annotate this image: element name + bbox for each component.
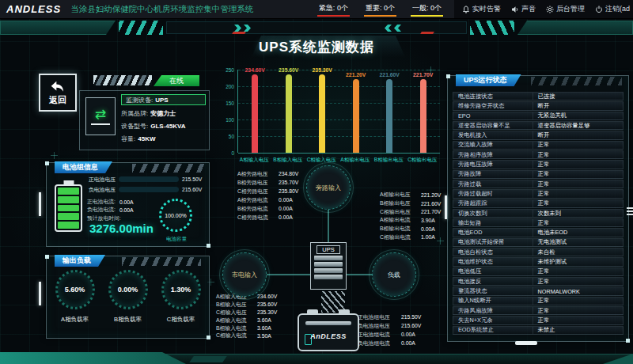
list-item: C相输出电压 221.70V [380,207,441,216]
alarm-counter[interactable]: 紧急: 0个 [317,2,350,17]
status-row: 旁路过载 正常 [453,180,624,188]
alarm-counter[interactable]: 一般: 0个 [411,2,443,17]
list-item-label: C相输出电压 [380,208,421,216]
alarm-underline [317,15,350,17]
alarm-underline [411,15,443,17]
status-row-label: 旁路过载 [453,180,533,188]
load-gauges: 5.60% A相负载率 0.00% B相负载率 1.30% C相负载率 [48,270,207,324]
list-item-value: 235.60V [257,301,277,307]
list-item-value: 0.00A [401,332,415,337]
status-row-label: 电池接反 [453,278,533,285]
status-row-label: 维修旁路空开状态 [453,102,533,109]
alarm-count: 0个 [384,4,395,12]
list-item-label: C相旁路电压 [237,188,279,195]
battery-bar-track [119,176,179,182]
status-row-value: 断开 [533,102,623,110]
speaker-icon [511,6,519,13]
alarm-count: 0个 [430,4,442,12]
battery-info-panel: 电池组信息 正电池电压 215.50V 负电池电压 215.60V 正电池电流:… [46,162,210,247]
page-title: UPS系统监测数据 [0,38,633,56]
status-row: 失去N+X冗余 正常 [453,316,624,324]
status-row-value: 正常 [533,278,623,286]
list-item: B相输出电压 221.60V [380,199,441,208]
grid-cross-mark [51,152,58,159]
back-button-label: 返回 [49,94,66,106]
device-info-row: 容量: 45KW [121,132,206,145]
status-row-value: 无紧急关机 [533,112,623,119]
device-row-label: 所属品牌: [121,109,148,118]
status-row-value: 未维护测试 [533,258,623,266]
wire-ups-to-load [347,274,372,275]
list-item-value: 0.00A [421,226,435,232]
status-row-value: 正常 [533,307,623,315]
list-item-label: 负电池组电压 [358,322,401,330]
list-item: B相旁路电流 0.00A [237,204,298,213]
logout-button[interactable]: 注销(ad [595,4,630,14]
deco-stripes [93,75,152,85]
load-gauge: 5.60% A相负载率 [51,270,100,324]
status-row-label: 输出短路 [453,219,533,226]
status-row: 输出短路 正常 [453,218,624,227]
battery-values-list: 正电池组电压 215.50V 负电池组电压 215.60V 正电池组电流 0.0… [358,313,421,347]
online-status-badge: 在线 [154,75,199,86]
status-row-value: 正常 [533,180,623,188]
load-node: 负载 [372,252,416,297]
y-tick-label: 50 [229,134,234,139]
sound-button[interactable]: 声音 [511,4,536,14]
status-row-value: 未禁止 [533,326,623,334]
status-row: 整流器状态 NORMALWORK [453,286,624,295]
load-gauge-dial: 5.60% [55,270,95,309]
status-row: 旁路电压故障 正常 [453,160,624,169]
chart-gridline [238,136,440,137]
list-item-value: 3.60A [257,317,271,323]
list-item-value: 3.50A [257,333,271,339]
status-row-value: 正常 [533,199,623,207]
status-row-value: 正常 [533,219,623,227]
status-row-value: 正常 [533,170,623,178]
status-row: 电池测试开始保留 无电池测试 [453,238,624,247]
admin-button[interactable]: 后台管理 [546,4,585,14]
list-item-label: B相输出电流 [380,225,421,233]
list-item-value: 0.00A [279,206,293,211]
load-gauge-label: B相负载率 [114,316,142,324]
horizontal-scrollbar-thumb[interactable] [515,341,537,345]
status-row-value: 次数未到 [533,210,623,218]
battery-bar-label: 负电池电压 [89,186,119,194]
deco-tab-slashes [132,164,205,173]
battery-row-label: 正电池电流: [87,198,116,206]
footer-accent [0,352,186,364]
status-row: 发电机接入 断开 [453,131,624,139]
list-item: B相旁路电压 235.70V [237,178,298,187]
device-row-label: 监测设备: [126,96,153,104]
alarm-counters: 紧急: 0个 重要: 0个 一般: 0个 [317,2,443,17]
status-row-label: 逆变器启动容量不足 [453,122,533,129]
list-item-value: 234.60V [257,294,277,299]
alarm-counter[interactable]: 重要: 0个 [364,2,396,17]
status-row-value: 逆变器启动容量足够 [533,122,623,130]
mains-values-list: A相输入电压 234.60V B相输入电压 235.60V C相输入电压 235… [216,293,277,339]
deco-slashes-right [470,21,514,35]
list-item-value: 215.60V [401,323,421,328]
list-item: 负电池组电流 0.00A [358,339,421,347]
panel-grip-handle[interactable] [627,207,633,215]
topbar-buttons: 实时告警 声音 后台管理 注销(ad [454,0,633,18]
list-item: 正电池组电流 0.00A [358,330,421,339]
list-item-value: 0.00A [279,214,293,220]
bar-chart-plot: 234.60V235.60V235.30V221.20V221.60V221.7… [237,70,440,153]
battery-cabinet: AnDLESS [298,313,359,351]
back-arrow-icon [50,80,66,93]
status-row-label: EOD系统禁止 [453,327,533,334]
list-item-value: 3.90A [421,218,435,223]
status-row-label: 旁路风扇故障 [453,307,533,314]
chart-gridline [238,103,440,104]
status-row-label: 旁路过载超时 [453,190,533,197]
list-item-value: 0.00A [279,197,293,203]
list-item-label: C相旁路电流 [237,214,279,222]
status-row: 维修旁路空开状态 断开 [453,101,624,110]
y-tick-label: 200 [226,84,234,89]
list-item-label: 负电池组电流 [358,339,401,347]
back-button[interactable]: 返回 [39,74,77,112]
battery-capacity-label: 电池容量 [157,236,195,243]
list-item-label: B相输出电压 [380,199,421,207]
realtime-alarm-button[interactable]: 实时告警 [462,4,501,14]
